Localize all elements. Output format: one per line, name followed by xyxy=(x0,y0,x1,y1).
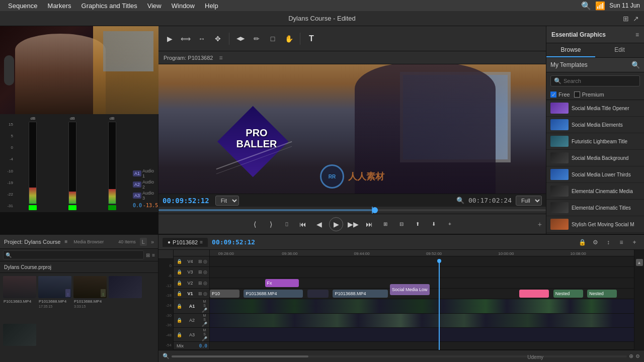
lock-icon-a3[interactable]: 🔒 xyxy=(177,332,182,337)
step-forward-btn[interactable]: ▶▶ xyxy=(347,218,359,230)
filter-premium[interactable]: Premium xyxy=(574,92,604,98)
menu-item-window[interactable]: Window xyxy=(168,1,199,11)
template-item-3[interactable]: Social Media Background xyxy=(546,150,644,166)
tab-edit[interactable]: Edit xyxy=(595,43,644,57)
in-out-tool[interactable]: ◀▶ xyxy=(233,32,248,46)
lock-icon-v2[interactable]: 🔒 xyxy=(177,281,182,286)
filter-free[interactable]: ✓ Free xyxy=(550,92,570,98)
hand-tool[interactable]: ✋ xyxy=(282,32,296,46)
fit-dropdown[interactable]: Fit xyxy=(215,196,239,206)
eg-menu-icon[interactable]: ≡ xyxy=(635,31,639,38)
menu-item-help[interactable]: Help xyxy=(201,1,222,11)
my-templates-icon[interactable]: 🔍 xyxy=(631,61,640,69)
clip-v1-3[interactable] xyxy=(307,290,329,298)
clip-p10[interactable]: P10 xyxy=(210,290,239,298)
track-mic-a2[interactable]: 🎤 xyxy=(202,322,207,327)
mark-in-btn[interactable]: ⟨ xyxy=(249,218,261,230)
track-mic-a3[interactable]: 🎤 xyxy=(202,336,207,341)
track-eye-v1[interactable]: ⊞ xyxy=(198,291,202,296)
step-back-btn[interactable]: ◀ xyxy=(313,218,325,230)
timeline-tab-menu[interactable]: ≡ xyxy=(200,239,203,245)
track-mic-a1[interactable]: 🎤 xyxy=(202,308,207,313)
project-expand[interactable]: L xyxy=(140,238,147,246)
export-btn[interactable]: + xyxy=(444,218,456,230)
template-item-1[interactable]: Social Media Elements xyxy=(546,117,644,133)
clip-red-mark[interactable] xyxy=(519,290,549,298)
window-icon-1[interactable]: ⊞ xyxy=(623,15,629,23)
track-s-a2[interactable]: S xyxy=(203,318,206,321)
pen-tool[interactable]: ✏ xyxy=(250,32,264,46)
zoom-icon[interactable]: 🔍 xyxy=(456,197,464,204)
track-sync-v2[interactable]: ◎ xyxy=(203,281,207,286)
overwrite-btn[interactable]: ⊟ xyxy=(395,218,408,230)
lift-btn[interactable]: ⬆ xyxy=(412,218,424,230)
project-menu-icon[interactable]: ≡ xyxy=(65,239,68,244)
clip-fx[interactable]: Fx xyxy=(265,279,299,287)
transport-right-icon[interactable]: + xyxy=(538,220,542,228)
media-browser-tab[interactable]: Media Browser xyxy=(73,239,104,244)
zoom-out-icon[interactable]: 🔍 xyxy=(163,353,170,359)
track-m-a2[interactable]: M xyxy=(203,314,206,317)
window-icon-2[interactable]: ↗ xyxy=(633,15,639,23)
track-eye-v4[interactable]: ⊞ xyxy=(198,259,202,264)
timeline-tool-4[interactable]: ≡ xyxy=(616,237,627,248)
menu-item-view[interactable]: View xyxy=(143,1,166,11)
timeline-tool-2[interactable]: ⚙ xyxy=(590,237,601,248)
template-item-6[interactable]: Elemental Cinematic Titles xyxy=(546,200,644,216)
rectangle-tool[interactable]: □ xyxy=(266,32,280,46)
template-item-0[interactable]: Social Media Title Opener xyxy=(546,100,644,117)
selection-tool[interactable]: ▶ xyxy=(163,32,177,46)
project-file-item[interactable]: Dylans Course.prproj xyxy=(0,261,158,273)
ripple-tool[interactable]: ↔ xyxy=(195,32,209,46)
project-list-btn[interactable]: ≡ xyxy=(152,252,155,258)
track-m-a3[interactable]: M xyxy=(203,328,206,332)
extract-btn[interactable]: ⬇ xyxy=(428,218,440,230)
premium-checkbox[interactable] xyxy=(574,92,580,98)
quality-dropdown[interactable]: Full xyxy=(516,196,542,206)
rotate-tool[interactable]: ✥ xyxy=(211,32,225,46)
lock-icon-a1[interactable]: 🔒 xyxy=(177,304,182,309)
insert-btn[interactable]: ⊞ xyxy=(379,218,391,230)
track-m-a1[interactable]: M xyxy=(203,300,206,303)
clip-v1-2[interactable]: P1013688.MP4 xyxy=(244,290,303,298)
mark-out-btn[interactable]: ⟩ xyxy=(265,218,277,230)
clip-v1-4[interactable]: P1013688.MP4 xyxy=(333,290,388,298)
zoom-in-icon[interactable]: ⊕ xyxy=(629,353,633,359)
track-s-a1[interactable]: S xyxy=(203,304,206,307)
eg-search-bar[interactable]: 🔍 xyxy=(550,75,640,86)
track-s-a3[interactable]: S xyxy=(203,332,206,336)
menu-item-graphics[interactable]: Graphics and Titles xyxy=(77,1,141,11)
project-thumb-3[interactable]: ⋮ P1013688.MP4 3:33:15 xyxy=(73,276,107,322)
clip-nested-2[interactable]: Nested xyxy=(587,290,617,298)
tab-browse[interactable]: Browse xyxy=(546,43,595,57)
mark-clip-btn[interactable]: ⌷ xyxy=(281,218,293,230)
template-item-7[interactable]: Stylish Get Moving Social M xyxy=(546,216,644,233)
template-item-5[interactable]: Elemental Cinematic Media xyxy=(546,183,644,200)
timeline-tab-active[interactable]: ● P1013682 ≡ xyxy=(163,238,208,247)
lock-icon-a2[interactable]: 🔒 xyxy=(177,318,182,323)
scrub-bar[interactable] xyxy=(158,207,546,214)
track-eye-v2[interactable]: ⊞ xyxy=(198,281,202,286)
search-icon[interactable]: 🔍 xyxy=(581,1,591,11)
track-sync-v1[interactable]: ◎ xyxy=(203,291,207,296)
lock-icon-v4[interactable]: 🔒 xyxy=(177,259,182,264)
project-thumb-2[interactable]: ⋮ P1013688.MP4 17:35:15 xyxy=(38,276,71,322)
timeline-zoom-bar[interactable] xyxy=(172,355,627,357)
text-tool[interactable]: T xyxy=(304,32,318,46)
menu-item-sequence[interactable]: Sequence xyxy=(4,1,42,11)
template-item-4[interactable]: Social Media Lower Thirds xyxy=(546,166,644,183)
settings-icon[interactable]: ⚙ xyxy=(635,353,640,359)
scroll-up-btn[interactable]: ▲ xyxy=(636,259,643,266)
project-search-input[interactable]: 🔍 xyxy=(3,250,144,259)
lock-icon-v3[interactable]: 🔒 xyxy=(177,269,182,275)
menu-item-markers[interactable]: Markers xyxy=(44,1,75,11)
project-thumb-4[interactable] xyxy=(109,276,142,322)
go-to-in-btn[interactable]: ⏮ xyxy=(297,218,309,230)
search-input[interactable] xyxy=(564,78,636,84)
timeline-tool-1[interactable]: 🔒 xyxy=(577,237,588,248)
clip-nested-1[interactable]: Nested xyxy=(553,290,583,298)
track-eye-v3[interactable]: ⊞ xyxy=(198,269,202,275)
program-menu-icon[interactable]: ≡ xyxy=(219,54,222,61)
go-to-out-btn[interactable]: ⏭ xyxy=(363,218,375,230)
play-btn[interactable]: ▶ xyxy=(329,217,343,231)
